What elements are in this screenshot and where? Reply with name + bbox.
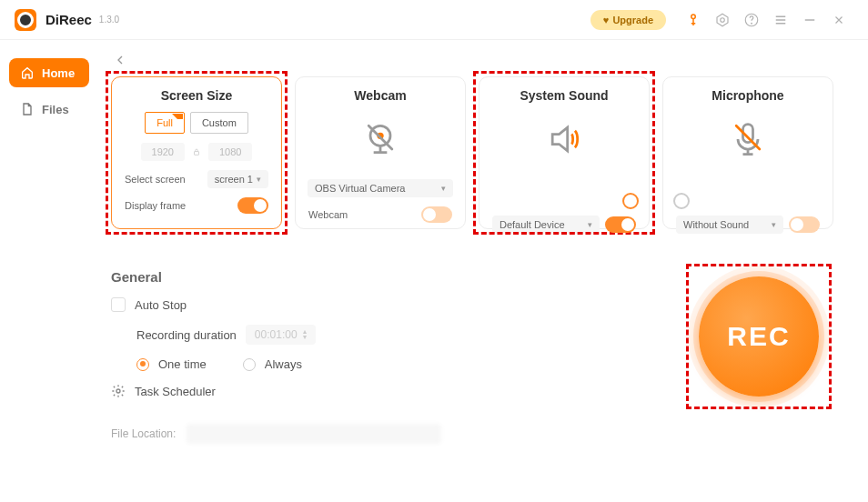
one-time-label: One time	[158, 357, 207, 371]
display-frame-toggle[interactable]	[237, 197, 268, 214]
select-screen-dropdown[interactable]: screen 1▾	[207, 170, 268, 188]
app-version: 1.3.0	[99, 15, 119, 25]
svg-rect-5	[195, 152, 199, 156]
svg-point-4	[752, 23, 752, 24]
app-logo	[15, 9, 36, 31]
sidebar-item-home[interactable]: Home	[9, 58, 89, 87]
screen-custom-button[interactable]: Custom	[190, 112, 248, 134]
screen-full-button[interactable]: Full	[145, 112, 185, 134]
sidebar-home-label: Home	[42, 66, 75, 80]
screen-title: Screen Size	[161, 88, 233, 103]
gear-icon	[111, 384, 126, 398]
card-screen-size: Screen Size Full Custom 1920 1080 Select…	[111, 76, 282, 229]
mic-toggle[interactable]	[789, 216, 820, 233]
crown-icon: ♥	[603, 15, 610, 25]
files-icon	[20, 102, 35, 116]
sidebar-files-label: Files	[42, 103, 69, 116]
auto-stop-checkbox[interactable]	[111, 297, 126, 312]
help-icon[interactable]	[742, 11, 761, 29]
settings-icon[interactable]	[713, 11, 732, 29]
card-webcam: Webcam OBS Virtual Camera▾ Webcam	[295, 76, 466, 229]
svg-marker-1	[717, 14, 728, 26]
minimize-icon[interactable]	[801, 11, 819, 29]
svg-point-2	[721, 17, 725, 22]
back-arrow-icon[interactable]	[111, 55, 129, 70]
upgrade-button[interactable]: ♥ Upgrade	[590, 10, 666, 30]
mic-device-dropdown[interactable]: Without Sound▾	[676, 216, 783, 234]
system-sound-device-dropdown[interactable]: Default Device▾	[492, 216, 600, 234]
record-button[interactable]: REC	[699, 276, 819, 397]
system-sound-title: System Sound	[520, 88, 608, 103]
key-icon[interactable]	[684, 11, 702, 29]
always-radio[interactable]	[243, 358, 256, 371]
upgrade-label: Upgrade	[612, 15, 653, 25]
lock-icon	[192, 147, 201, 156]
close-icon[interactable]	[830, 11, 848, 29]
width-value: 1920	[141, 143, 185, 161]
card-system-sound: System Sound Default Device▾	[479, 76, 650, 229]
webcam-label: Webcam	[308, 209, 348, 220]
webcam-title: Webcam	[354, 88, 406, 103]
one-time-radio[interactable]	[136, 358, 149, 371]
file-location-label: File Location:	[111, 427, 176, 440]
card-microphone: Microphone Without Sound▾	[662, 76, 833, 229]
mic-off-icon	[728, 119, 768, 163]
system-sound-toggle[interactable]	[605, 216, 636, 233]
svg-point-0	[691, 15, 696, 19]
svg-point-9	[116, 389, 120, 393]
webcam-device-dropdown[interactable]: OBS Virtual Camera▾	[308, 179, 453, 197]
mic-title: Microphone	[712, 88, 783, 103]
display-frame-label: Display frame	[125, 200, 186, 211]
rec-duration-input[interactable]: 00:01:00▴▾	[246, 325, 316, 345]
file-location-path	[187, 424, 441, 444]
home-icon	[20, 65, 35, 80]
height-value: 1080	[208, 143, 252, 161]
always-label: Always	[265, 357, 302, 371]
select-screen-label: Select screen	[125, 174, 186, 185]
rec-duration-label: Recording duration	[136, 328, 237, 342]
app-name: DiReec	[45, 12, 92, 27]
task-scheduler-label[interactable]: Task Scheduler	[135, 385, 216, 398]
sidebar-item-files[interactable]: Files	[9, 95, 89, 124]
auto-stop-label: Auto Stop	[135, 298, 187, 312]
webcam-toggle[interactable]	[421, 206, 452, 223]
speaker-icon	[544, 119, 584, 163]
webcam-off-icon	[360, 119, 400, 163]
menu-icon[interactable]	[772, 11, 790, 29]
